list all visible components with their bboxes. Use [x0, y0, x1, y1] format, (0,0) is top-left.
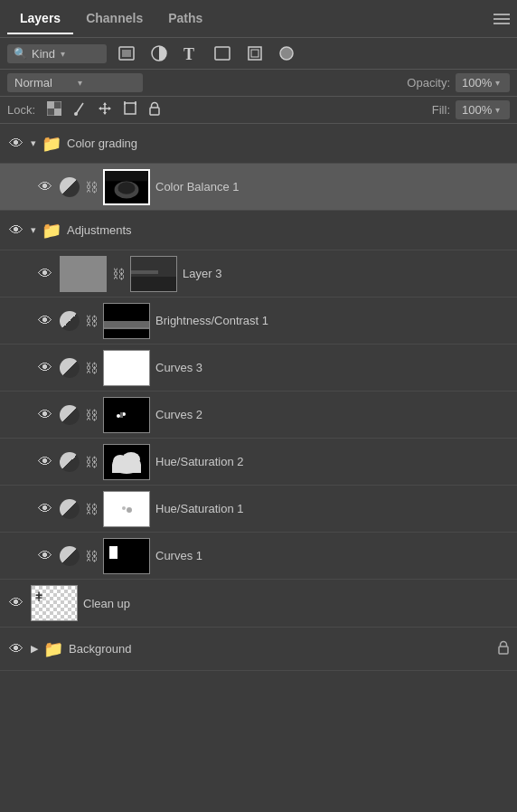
opacity-input[interactable]: 100% ▾: [456, 73, 510, 92]
chain-icon-curves-2: ⛓: [85, 408, 98, 422]
visibility-icon-hue-saturation-2[interactable]: 👁: [36, 454, 54, 470]
visibility-icon-color-balance-1[interactable]: 👁: [36, 179, 54, 195]
lock-label: Lock:: [7, 103, 35, 117]
thumb-mask-layer-3: [130, 256, 177, 292]
collapse-icon-background[interactable]: ▶: [31, 643, 38, 655]
adjustment-filter-icon[interactable]: [146, 42, 172, 64]
visibility-icon-layer-3[interactable]: 👁: [36, 266, 54, 282]
layer-row-clean-up[interactable]: 👁 + Clean up: [0, 580, 517, 628]
svg-point-38: [117, 414, 120, 418]
tabs-bar: Layers Channels Paths: [0, 0, 517, 38]
svg-rect-33: [104, 304, 149, 338]
layer-row-curves-3[interactable]: 👁 ⛓ Curves 3: [0, 345, 517, 392]
fill-section: Fill: 100% ▾: [432, 100, 510, 119]
collapse-icon-adjustments[interactable]: ▾: [31, 224, 36, 236]
svg-point-7: [280, 47, 293, 60]
text-filter-icon[interactable]: T: [179, 42, 202, 64]
collapse-icon-color-grading[interactable]: ▾: [31, 137, 36, 149]
lock-pixels-button[interactable]: [70, 100, 89, 119]
lock-position-button[interactable]: [95, 100, 115, 119]
svg-rect-11: [47, 109, 54, 116]
visibility-icon-hue-saturation-1[interactable]: 👁: [36, 501, 54, 517]
group-row-color-grading[interactable]: 👁 ▾ 📁 Color grading: [0, 124, 517, 164]
tab-channels[interactable]: Channels: [73, 4, 155, 34]
adjustment-icon-color-balance-1: [60, 177, 80, 197]
layer-row-brightness-contrast-1[interactable]: 👁 ⛓ Brightness/Contrast 1: [0, 297, 517, 345]
layer-row-curves-2[interactable]: 👁 ⛓ Curves 2: [0, 392, 517, 439]
shape-filter-icon[interactable]: [210, 43, 235, 63]
svg-marker-20: [108, 107, 111, 110]
visibility-icon-background[interactable]: 👁: [7, 641, 25, 657]
svg-rect-34: [104, 322, 149, 327]
smart-filter-icon[interactable]: [242, 42, 268, 64]
svg-rect-8: [47, 101, 54, 109]
layer-row-layer-3[interactable]: 👁 ⛓ Layer 3: [0, 250, 517, 297]
svg-rect-50: [109, 546, 118, 559]
svg-marker-17: [103, 102, 107, 105]
lock-artboard-button[interactable]: [120, 100, 140, 119]
blend-dropdown-arrow: ▾: [78, 78, 136, 88]
tab-paths[interactable]: Paths: [155, 4, 215, 34]
kind-dropdown-arrow: ▾: [61, 49, 65, 59]
layer-name-curves-1: Curves 1: [155, 549, 510, 562]
lock-transparency-button[interactable]: [44, 100, 64, 119]
layer-name-color-balance-1: Color Balance 1: [155, 180, 510, 194]
lock-fill-toolbar: Lock:: [0, 97, 517, 124]
group-row-adjustments[interactable]: 👁 ▾ 📁 Adjustments: [0, 211, 517, 250]
layer-name-hue-saturation-2: Hue/Saturation 2: [155, 455, 510, 468]
svg-text:T: T: [183, 45, 194, 62]
opacity-label: Opacity:: [407, 76, 450, 90]
adjustment-icon-curves-2: [60, 405, 80, 425]
circle-icon[interactable]: [275, 43, 298, 63]
svg-rect-35: [104, 327, 149, 329]
kind-dropdown[interactable]: 🔍 Kind ▾: [7, 44, 107, 63]
visibility-icon-clean-up[interactable]: 👁: [7, 595, 25, 611]
visibility-icon-adjustments[interactable]: 👁: [7, 222, 25, 239]
folder-icon-background: 📁: [43, 639, 63, 659]
layer-row-hue-saturation-1[interactable]: 👁 ⛓ Hue/Saturation 1: [0, 486, 517, 533]
visibility-icon-curves-2[interactable]: 👁: [36, 407, 54, 423]
svg-rect-1: [122, 50, 131, 57]
svg-marker-19: [99, 107, 101, 110]
visibility-icon-curves-1[interactable]: 👁: [36, 548, 54, 564]
panel-menu-icon[interactable]: [494, 14, 510, 24]
layer-row-background[interactable]: 👁 ▶ 📁 Background: [0, 628, 517, 671]
layer-row-curves-1[interactable]: 👁 ⛓ Curves 1: [0, 533, 517, 580]
layer-row-color-balance-1[interactable]: 👁 ⛓ Color Balance 1: [0, 164, 517, 211]
svg-rect-5: [249, 47, 261, 60]
svg-point-48: [122, 506, 126, 510]
layer-row-hue-saturation-2[interactable]: 👁 ⛓ Hue/Saturation 2: [0, 439, 517, 486]
thumb-hue-saturation-1: [103, 491, 150, 527]
svg-rect-29: [61, 257, 106, 291]
fill-input[interactable]: 100% ▾: [456, 100, 510, 119]
svg-rect-10: [54, 101, 61, 109]
svg-rect-40: [120, 412, 123, 418]
chain-icon-layer-3: ⛓: [112, 267, 125, 281]
layers-list: 👁 ▾ 📁 Color grading 👁 ⛓ Color Balance 1 …: [0, 124, 517, 671]
filter-toolbar: 🔍 Kind ▾ T: [0, 38, 517, 70]
layer-name-color-grading: Color grading: [67, 137, 510, 150]
blend-mode-dropdown[interactable]: Normal ▾: [7, 73, 143, 92]
layer-name-curves-3: Curves 3: [155, 361, 510, 374]
visibility-icon-brightness-contrast-1[interactable]: 👁: [36, 313, 54, 329]
svg-rect-45: [112, 465, 141, 473]
fill-label: Fill:: [432, 103, 450, 117]
thumb-layer-3: [60, 256, 107, 292]
thumb-hue-saturation-2: [103, 444, 150, 480]
lock-all-button[interactable]: [146, 100, 164, 119]
layer-name-background: Background: [69, 642, 492, 656]
svg-rect-4: [215, 47, 230, 60]
svg-point-44: [122, 452, 140, 467]
svg-point-47: [127, 507, 132, 513]
svg-point-27: [118, 182, 135, 194]
visibility-icon-curves-3[interactable]: 👁: [36, 360, 54, 376]
kind-select[interactable]: Kind: [32, 47, 56, 61]
tab-layers[interactable]: Layers: [7, 4, 73, 34]
fill-value-text: 100%: [462, 103, 492, 117]
visibility-icon-color-grading[interactable]: 👁: [7, 136, 25, 152]
svg-line-13: [76, 103, 83, 114]
svg-rect-6: [251, 50, 258, 57]
pixel-filter-icon[interactable]: [114, 43, 139, 63]
adjustment-icon-curves-3: [60, 358, 80, 378]
thumb-curves-2: [103, 397, 150, 433]
